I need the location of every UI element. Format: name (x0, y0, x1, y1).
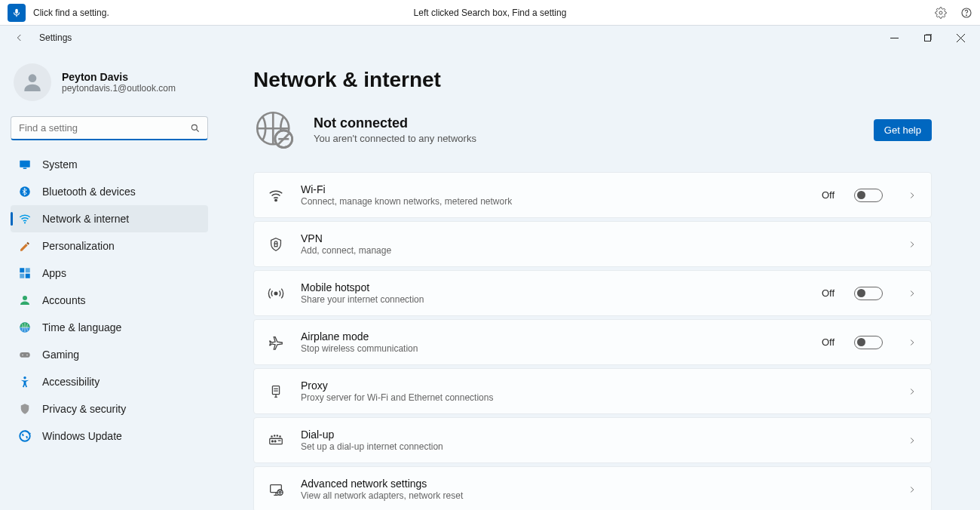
card-wifi[interactable]: Wi-Fi Connect, manage known networks, me… (253, 172, 932, 218)
nav-personalization[interactable]: Personalization (11, 232, 208, 260)
avatar (14, 63, 51, 101)
dialup-icon (268, 432, 284, 449)
nav-label: Accessibility (42, 376, 100, 388)
card-title: Proxy (301, 379, 890, 392)
nav-apps[interactable]: Apps (11, 260, 208, 287)
svg-point-32 (274, 441, 276, 442)
nav-network[interactable]: Network & internet (11, 205, 208, 232)
svg-rect-27 (274, 244, 277, 247)
nav-label: System (42, 158, 78, 171)
advanced-icon (268, 481, 284, 498)
update-icon (18, 429, 32, 443)
svg-point-18 (26, 355, 28, 356)
card-proxy[interactable]: Proxy Proxy server for Wi-Fi and Etherne… (253, 368, 932, 414)
svg-point-0 (939, 11, 942, 14)
nav-label: Bluetooth & devices (42, 186, 136, 198)
card-title: VPN (301, 232, 890, 244)
hotspot-toggle[interactable] (854, 287, 883, 300)
accounts-icon (18, 293, 32, 307)
back-button[interactable] (14, 32, 26, 44)
assist-center-text: Left clicked Search box, Find a setting (414, 8, 567, 18)
maximize-button[interactable] (912, 27, 942, 48)
nav-time[interactable]: Time & language (11, 314, 208, 341)
nav-label: Accounts (42, 294, 86, 306)
card-sub: Add, connect, manage (301, 245, 890, 256)
card-vpn[interactable]: VPN Add, connect, manage (253, 221, 932, 267)
nav-label: Gaming (42, 349, 79, 361)
chevron-right-icon (907, 239, 917, 250)
vpn-icon (268, 236, 284, 253)
card-sub: Connect, manage known networks, metered … (301, 196, 805, 207)
nav-bluetooth[interactable]: Bluetooth & devices (11, 178, 208, 205)
minimize-button[interactable] (879, 27, 909, 48)
nav-gaming[interactable]: Gaming (11, 341, 208, 368)
search-icon (190, 123, 201, 134)
globe-disconnected-icon (253, 109, 296, 151)
nav-accessibility[interactable]: Accessibility (11, 368, 208, 395)
svg-rect-13 (26, 274, 30, 278)
svg-rect-16 (20, 352, 30, 358)
accessibility-icon (18, 375, 32, 389)
svg-point-4 (29, 74, 37, 82)
nav-label: Windows Update (42, 430, 122, 442)
card-title: Dial-up (301, 429, 890, 441)
system-icon (18, 158, 32, 171)
svg-point-28 (274, 292, 277, 295)
assist-topbar: Click find a setting. Left clicked Searc… (0, 0, 980, 26)
svg-rect-6 (20, 161, 30, 167)
chevron-right-icon (907, 337, 917, 348)
svg-point-17 (22, 355, 23, 356)
settings-cards: Wi-Fi Connect, manage known networks, me… (253, 172, 932, 510)
search-box[interactable] (11, 116, 208, 140)
nav-system[interactable]: System (11, 151, 208, 178)
nav-label: Network & internet (42, 213, 129, 225)
card-dialup[interactable]: Dial-up Set up a dial-up internet connec… (253, 417, 932, 463)
card-advanced[interactable]: Advanced network settings View all netwo… (253, 466, 932, 510)
svg-point-2 (966, 14, 967, 15)
personalization-icon (18, 239, 32, 253)
help-icon[interactable] (960, 7, 972, 19)
nav-label: Apps (42, 267, 66, 279)
mic-icon (11, 8, 22, 18)
card-sub: Proxy server for Wi-Fi and Ethernet conn… (301, 392, 890, 403)
status-title: Not connected (314, 115, 476, 131)
card-sub: Stop wireless communication (301, 343, 805, 354)
status-sub: You aren't connected to any networks (314, 133, 476, 144)
svg-rect-3 (924, 35, 930, 41)
svg-rect-7 (23, 168, 27, 170)
airplane-toggle[interactable] (854, 336, 883, 349)
nav-label: Privacy & security (42, 403, 126, 415)
chevron-right-icon (907, 288, 917, 299)
nav-list: System Bluetooth & devices Network & int… (11, 151, 208, 450)
content-area: Network & internet Not connected You are… (226, 50, 980, 510)
chevron-right-icon (907, 386, 917, 397)
hotspot-icon (268, 285, 284, 302)
gear-icon[interactable] (935, 7, 947, 19)
nav-accounts[interactable]: Accounts (11, 287, 208, 314)
chevron-right-icon (907, 484, 917, 495)
bluetooth-icon (18, 185, 32, 198)
chevron-right-icon (907, 190, 917, 201)
wifi-icon (268, 187, 284, 204)
svg-point-19 (23, 376, 26, 379)
search-input[interactable] (11, 116, 208, 140)
svg-point-9 (24, 222, 26, 223)
svg-point-35 (277, 435, 277, 435)
close-button[interactable] (945, 27, 975, 48)
get-help-button[interactable]: Get help (874, 119, 932, 141)
card-airplane[interactable]: Airplane mode Stop wireless communicatio… (253, 319, 932, 365)
wifi-toggle[interactable] (854, 189, 883, 202)
time-icon (18, 321, 32, 334)
mic-button[interactable] (8, 4, 26, 22)
nav-privacy[interactable]: Privacy & security (11, 395, 208, 422)
nav-update[interactable]: Windows Update (11, 422, 208, 450)
svg-point-34 (274, 435, 275, 435)
profile-block[interactable]: Peyton Davis peytondavis.1@outlook.com (14, 63, 208, 101)
app-name: Settings (39, 32, 72, 43)
svg-point-14 (23, 296, 27, 300)
svg-point-26 (275, 199, 277, 201)
titlebar: Settings (0, 26, 980, 50)
card-hotspot[interactable]: Mobile hotspot Share your internet conne… (253, 270, 932, 316)
svg-rect-29 (272, 386, 279, 394)
nav-label: Time & language (42, 321, 121, 333)
